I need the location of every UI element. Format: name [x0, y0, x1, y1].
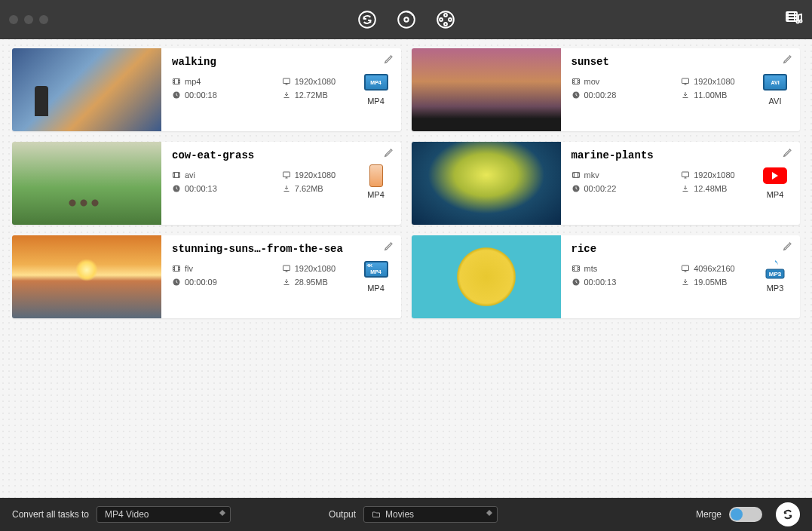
- svg-point-10: [799, 20, 801, 22]
- maximize-window[interactable]: [39, 15, 48, 24]
- file-card[interactable]: rice mts 4096x2160 00:00:13 19.05MB MP3 …: [412, 235, 801, 318]
- video-thumbnail: [12, 48, 161, 131]
- svg-point-0: [359, 11, 375, 28]
- svg-rect-18: [283, 172, 290, 177]
- convert-format-select[interactable]: MP4 Video: [97, 506, 231, 523]
- bottom-toolbar: Convert all tasks to MP4 Video Output Mo…: [0, 498, 812, 531]
- output-format-selector[interactable]: MP3 MP3: [759, 258, 791, 293]
- file-grid: walking mp4 1920x1080 00:00:18 12.72MB M…: [0, 39, 812, 327]
- output-format-selector[interactable]: MP4: [360, 258, 392, 293]
- file-card[interactable]: stunning-suns…-from-the-sea flv 1920x108…: [12, 235, 401, 318]
- svg-rect-17: [173, 173, 180, 178]
- file-card[interactable]: walking mp4 1920x1080 00:00:18 12.72MB M…: [12, 48, 401, 131]
- edit-button[interactable]: [782, 240, 794, 256]
- duration: 00:00:18: [172, 91, 282, 100]
- output-format-label: AVI: [769, 97, 782, 106]
- edit-button[interactable]: [383, 240, 395, 256]
- file-title: marine-plants: [571, 149, 792, 161]
- video-thumbnail: [412, 235, 561, 318]
- main-tabs: [356, 8, 457, 31]
- file-title: walking: [172, 56, 392, 68]
- file-card[interactable]: cow-eat-grass avi 1920x1080 00:00:13 7.6…: [12, 142, 401, 225]
- output-label: Output: [329, 509, 356, 520]
- svg-text:MP3: MP3: [769, 271, 782, 278]
- minimize-window[interactable]: [24, 15, 33, 24]
- convert-all-label: Convert all tasks to: [12, 509, 89, 520]
- source-format: avi: [172, 170, 282, 180]
- format-icon: [363, 71, 389, 94]
- merge-label: Merge: [696, 509, 722, 520]
- tab-reel[interactable]: [434, 8, 457, 31]
- merge-toggle[interactable]: [729, 507, 762, 522]
- file-card[interactable]: marine-plants mkv 1920x1080 00:00:22 12.…: [412, 142, 801, 225]
- output-format-label: MP4: [767, 190, 784, 199]
- svg-point-7: [440, 18, 443, 21]
- svg-point-4: [444, 14, 447, 17]
- tab-disc[interactable]: [395, 8, 418, 31]
- media-library-button[interactable]: [785, 9, 803, 31]
- source-format: mts: [571, 264, 682, 273]
- output-format-label: MP4: [367, 190, 385, 199]
- svg-point-6: [444, 23, 447, 26]
- output-format-label: MP4: [367, 284, 385, 293]
- source-format: flv: [172, 264, 282, 273]
- svg-rect-21: [682, 172, 689, 177]
- svg-rect-14: [572, 79, 579, 84]
- duration: 00:00:13: [571, 278, 682, 287]
- edit-button[interactable]: [383, 146, 395, 162]
- file-title: stunning-suns…-from-the-sea: [172, 243, 392, 255]
- source-format: mp4: [172, 77, 282, 86]
- file-title: sunset: [571, 56, 792, 68]
- duration: 00:00:09: [172, 278, 282, 287]
- svg-point-2: [404, 17, 408, 21]
- video-thumbnail: [12, 142, 161, 225]
- video-thumbnail: [412, 48, 561, 131]
- svg-rect-23: [173, 266, 180, 272]
- video-thumbnail: [12, 235, 161, 318]
- source-format: mov: [571, 77, 682, 86]
- format-icon: MP3: [762, 258, 788, 281]
- start-convert-button[interactable]: [776, 502, 800, 526]
- output-format-label: MP3: [767, 284, 784, 293]
- edit-button[interactable]: [782, 146, 794, 162]
- svg-point-9: [796, 20, 798, 23]
- format-icon: [363, 164, 389, 187]
- svg-rect-26: [572, 266, 579, 272]
- svg-rect-11: [173, 79, 180, 84]
- svg-rect-24: [283, 266, 290, 271]
- output-format-selector[interactable]: AVI: [759, 71, 791, 106]
- window-controls: [9, 15, 48, 24]
- source-format: mkv: [571, 170, 682, 180]
- svg-rect-27: [682, 266, 689, 271]
- video-thumbnail: [412, 142, 561, 225]
- file-card[interactable]: sunset mov 1920x1080 00:00:28 11.00MB AV…: [412, 48, 801, 131]
- duration: 00:00:28: [571, 91, 682, 100]
- format-icon: [762, 71, 788, 94]
- output-format-selector[interactable]: MP4: [360, 71, 392, 106]
- output-format-selector[interactable]: MP4: [759, 164, 791, 199]
- edit-button[interactable]: [782, 53, 794, 69]
- file-title: rice: [571, 243, 792, 255]
- file-title: cow-eat-grass: [172, 149, 392, 161]
- svg-rect-12: [283, 78, 290, 84]
- output-format-label: MP4: [367, 97, 385, 106]
- format-icon: [363, 258, 389, 281]
- edit-button[interactable]: [383, 53, 395, 69]
- output-format-selector[interactable]: MP4: [360, 164, 392, 199]
- output-folder-select[interactable]: Movies: [363, 506, 498, 523]
- svg-rect-20: [572, 173, 579, 178]
- format-icon: [762, 164, 788, 187]
- duration: 00:00:22: [571, 184, 682, 193]
- svg-rect-15: [682, 78, 689, 84]
- close-window[interactable]: [9, 15, 18, 24]
- tab-convert[interactable]: [356, 8, 378, 31]
- duration: 00:00:13: [172, 184, 282, 193]
- svg-point-5: [449, 18, 452, 21]
- titlebar: [0, 0, 812, 39]
